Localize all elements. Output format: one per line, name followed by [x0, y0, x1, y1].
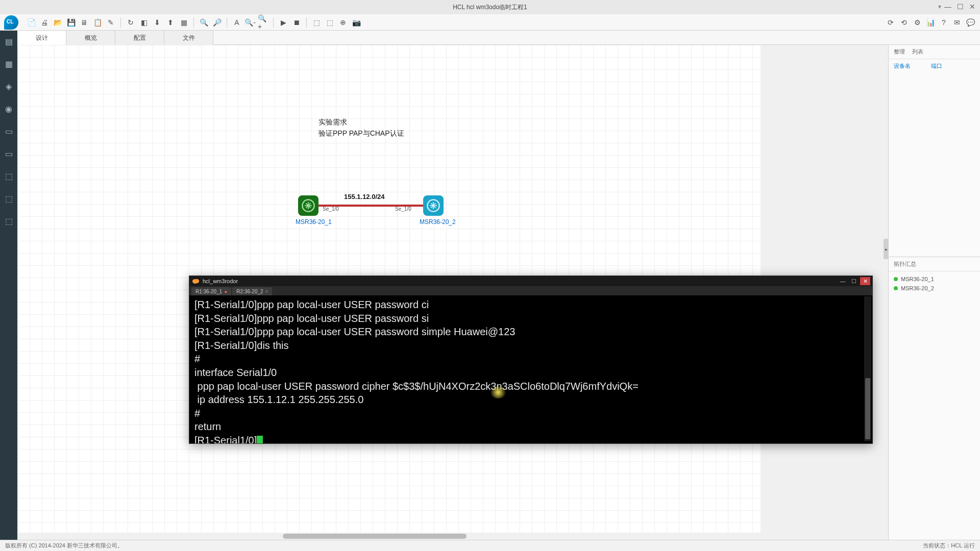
palette-item-3-icon[interactable]: ◈ — [2, 80, 15, 93]
palette-item-2-icon[interactable]: ▦ — [2, 57, 15, 70]
router-2-icon[interactable] — [423, 195, 444, 216]
status-right: 当前状态：HCL 运行 — [923, 542, 975, 549]
terminal-tab-1-label: R1:36-20_1 — [195, 289, 222, 294]
palette-item-7-icon[interactable]: ⬚ — [2, 169, 15, 183]
palette-item-6-icon[interactable]: ▭ — [2, 147, 15, 160]
window-titlebar: HCL hcl wm3odo临时工程1 ▾ — ☐ ✕ — [0, 0, 980, 14]
edit-icon[interactable]: ✎ — [105, 17, 116, 28]
terminal-line: [R1-Serial1/0]ppp pap local-user USER pa… — [194, 326, 515, 337]
palette-item-5-icon[interactable]: ▭ — [2, 124, 15, 138]
window-title: HCL hcl wm3odo临时工程1 — [453, 3, 527, 12]
grid-icon[interactable]: ▦ — [178, 17, 189, 28]
canvas-note: 实验需求 验证PPP PAP与CHAP认证 — [318, 116, 404, 139]
chat-icon[interactable]: 💬 — [965, 17, 976, 28]
terminal-body[interactable]: [R1-Serial1/0]ppp pap local-user USER pa… — [189, 295, 872, 443]
subtab-port[interactable]: 端口 — [931, 62, 942, 70]
terminal-titlebar[interactable]: hcl_wm3rodor — ☐ ✕ — [189, 276, 872, 286]
right-panel-hdr-1[interactable]: 整理 — [894, 48, 905, 56]
sync-icon[interactable]: ⟳ — [885, 17, 896, 28]
status-bar: 版权所有 (C) 2014-2024 新华三技术有限公司。 当前状态：HCL 运… — [0, 540, 980, 551]
mail-icon[interactable]: ✉ — [951, 17, 963, 28]
terminal-line: [R1-Serial1/0]dis this — [194, 340, 289, 351]
router-2-label[interactable]: MSR36-20_2 — [420, 218, 456, 226]
terminal-line: interface Serial1/0 — [194, 367, 277, 378]
tool-a-icon[interactable]: ⬚ — [311, 17, 322, 28]
camera-icon[interactable]: 📷 — [351, 17, 362, 28]
tab-overview[interactable]: 概览 — [66, 31, 115, 45]
tab-design[interactable]: 设计 — [17, 31, 66, 45]
text-a-icon[interactable]: A — [231, 17, 242, 28]
terminal-line: ip address 155.1.12.1 255.255.255.0 — [194, 394, 363, 405]
terminal-tab-2[interactable]: R2:36-20_2 × — [232, 287, 272, 295]
terminal-tabs: R1:36-20_1 ● R2:36-20_2 × — [189, 286, 872, 295]
main-toolbar: 📄 🖨 📂 💾 🖥 📋 ✎ ↻ ◧ ⬇ ⬆ ▦ 🔍 🔎 A 🔍- 🔍+ ▶ ⏹ … — [0, 14, 980, 31]
right-panel-header: 整理 列表 — [889, 45, 980, 59]
stop-icon[interactable]: ⏹ — [291, 17, 302, 28]
palette-item-4-icon[interactable]: ◉ — [2, 102, 15, 115]
terminal-scrollbar-thumb[interactable] — [865, 378, 870, 439]
tab-file[interactable]: 文件 — [164, 31, 213, 45]
terminal-tab-1-close-icon[interactable]: ● — [224, 289, 227, 294]
toolbar-separator — [227, 17, 227, 28]
stats-icon[interactable]: 📊 — [925, 17, 936, 28]
palette-item-1-icon[interactable]: ▤ — [2, 35, 15, 48]
terminal-minimize-button[interactable]: — — [838, 277, 848, 285]
terminal-cursor — [257, 436, 263, 443]
display-icon[interactable]: 🖥 — [79, 17, 90, 28]
layers-icon[interactable]: ◧ — [138, 17, 150, 28]
terminal-window[interactable]: hcl_wm3rodor — ☐ ✕ R1:36-20_1 ● R2:36-20… — [189, 276, 873, 444]
tool-b-icon[interactable]: ⬚ — [324, 17, 335, 28]
upload-icon[interactable]: ⬆ — [165, 17, 176, 28]
close-button[interactable]: ✕ — [968, 2, 977, 11]
reload-icon[interactable]: ⟲ — [898, 17, 910, 28]
device-list-item[interactable]: MSR36-20_1 — [894, 274, 975, 284]
terminal-line: ppp pap local-user USER password cipher … — [194, 381, 639, 392]
app-logo — [4, 15, 18, 30]
help-icon[interactable]: ? — [938, 17, 949, 28]
device-list-item[interactable]: MSR36-20_2 — [894, 284, 975, 293]
terminal-scrollbar[interactable] — [864, 296, 871, 441]
palette-item-8-icon[interactable]: ⬚ — [2, 192, 15, 205]
router-1-label[interactable]: MSR36-20_1 — [296, 218, 332, 226]
terminal-line: [R1-Serial1/0]ppp pap local-user USER pa… — [194, 299, 429, 310]
tab-config[interactable]: 配置 — [115, 31, 164, 45]
terminal-close-button[interactable]: ✕ — [860, 277, 870, 285]
maximize-button[interactable]: ☐ — [955, 2, 965, 11]
open-icon[interactable]: 📂 — [52, 17, 63, 28]
minimize-button[interactable]: — — [943, 2, 952, 11]
palette-item-9-icon[interactable]: ⬚ — [2, 214, 15, 228]
settings-icon[interactable]: ⚙ — [912, 17, 923, 28]
save-icon[interactable]: 💾 — [65, 17, 77, 28]
router-1-icon[interactable] — [298, 195, 318, 216]
terminal-tab-1[interactable]: R1:36-20_1 ● — [191, 287, 231, 295]
topology-summary-title: 拓扑汇总 — [894, 260, 916, 268]
subtab-device[interactable]: 设备名 — [894, 62, 911, 70]
zoom-out-icon[interactable]: 🔍- — [244, 17, 256, 28]
terminal-tab-2-label: R2:36-20_2 — [236, 289, 263, 294]
clipboard-icon[interactable]: 📋 — [92, 17, 103, 28]
print-icon[interactable]: 🖨 — [39, 17, 50, 28]
terminal-title: hcl_wm3rodor — [203, 278, 238, 284]
download-icon[interactable]: ⬇ — [152, 17, 163, 28]
terminal-line: [R1-Serial1/0]ppp pap local-user USER pa… — [194, 313, 429, 324]
toolbar-separator — [120, 17, 121, 28]
canvas-horizontal-scrollbar[interactable] — [17, 533, 761, 540]
device-list: MSR36-20_1 MSR36-20_2 — [889, 271, 980, 296]
terminal-tab-2-close-icon[interactable]: × — [265, 289, 268, 294]
port-label-2: Se_1/0 — [395, 206, 411, 212]
refresh-icon[interactable]: ↻ — [125, 17, 136, 28]
tool-c-icon[interactable]: ⊕ — [337, 17, 349, 28]
right-panel-hdr-2[interactable]: 列表 — [912, 48, 923, 56]
play-icon[interactable]: ▶ — [278, 17, 289, 28]
zoom-icon[interactable]: 🔎 — [211, 17, 223, 28]
terminal-maximize-button[interactable]: ☐ — [849, 277, 859, 285]
find-icon[interactable]: 🔍 — [198, 17, 209, 28]
terminal-line: # — [194, 408, 200, 419]
scrollbar-thumb[interactable] — [283, 534, 467, 539]
menu-dropdown-icon[interactable]: ▾ — [938, 3, 941, 10]
new-file-icon[interactable]: 📄 — [26, 17, 37, 28]
panel-collapse-button[interactable]: ▸ — [884, 239, 889, 259]
terminal-app-icon — [192, 279, 200, 284]
zoom-in-icon[interactable]: 🔍+ — [258, 17, 269, 28]
port-label-1: Se_1/0 — [323, 206, 339, 212]
